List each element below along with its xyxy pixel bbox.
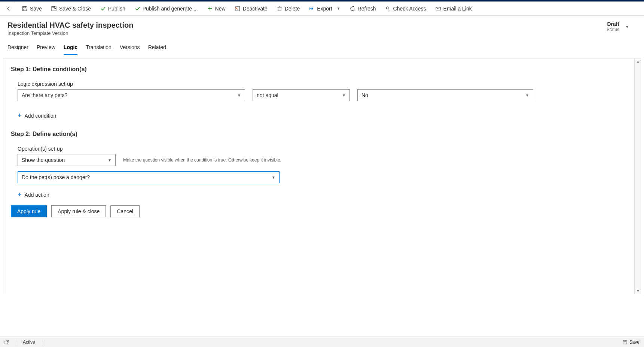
content-panel: Step 1: Define condition(s) Logic expres… (3, 58, 641, 294)
chevron-down-icon: ▼ (108, 158, 112, 162)
save-close-icon (51, 6, 57, 12)
trash-icon (277, 6, 283, 12)
check-icon (134, 6, 140, 12)
status-footer: Active Save (0, 337, 644, 347)
apply-rule-button[interactable]: Apply rule (11, 205, 47, 217)
refresh-button[interactable]: Refresh (346, 2, 380, 15)
svg-rect-5 (236, 6, 239, 11)
new-button[interactable]: New (203, 2, 229, 15)
chevron-down-icon: ▼ (237, 93, 241, 97)
save-button[interactable]: Save (18, 2, 46, 15)
new-label: New (215, 6, 226, 12)
mail-icon (435, 6, 441, 12)
add-action-label: Add action (25, 192, 49, 198)
footer-status: Active (23, 340, 35, 345)
save-close-button[interactable]: Save & Close (47, 2, 95, 15)
export-label: Export (317, 6, 332, 12)
operations-label: Operation(s) set-up (11, 146, 633, 152)
condition-operator-value: not equal (257, 92, 278, 98)
operation-value: Show the question (22, 157, 65, 163)
page-subtitle: Inspection Template Version (7, 30, 133, 36)
deactivate-label: Deactivate (243, 6, 268, 12)
plus-icon (207, 6, 213, 12)
save-close-label: Save & Close (59, 6, 91, 12)
record-header: Residential HVAC safety inspection Inspe… (0, 16, 644, 38)
condition-operator-dropdown[interactable]: not equal ▼ (253, 89, 350, 101)
scroll-down-arrow[interactable]: ▼ (635, 288, 641, 294)
chevron-down-icon: ▼ (337, 6, 341, 10)
tab-bar: Designer Preview Logic Translation Versi… (0, 42, 644, 55)
step2-heading: Step 2: Define action(s) (11, 131, 633, 138)
export-button[interactable]: Export ▼ (305, 2, 344, 15)
step1-heading: Step 1: Define condition(s) (11, 66, 633, 73)
svg-rect-6 (278, 7, 281, 11)
target-question-dropdown[interactable]: Do the pet(s) pose a danger? ▼ (18, 171, 280, 183)
condition-question-dropdown[interactable]: Are there any pets? ▼ (18, 89, 245, 101)
plus-icon: + (18, 112, 22, 120)
apply-rule-label: Apply rule (17, 208, 40, 214)
logic-expression-label: Logic expression set-up (11, 81, 633, 87)
footer-save-button[interactable]: Save (623, 340, 640, 345)
publish-generate-label: Publish and generate ... (143, 6, 198, 12)
tab-preview[interactable]: Preview (37, 42, 55, 55)
add-condition-label: Add condition (25, 113, 57, 119)
svg-rect-1 (24, 6, 26, 8)
scroll-up-arrow[interactable]: ▲ (635, 58, 641, 64)
svg-rect-4 (53, 6, 55, 7)
export-icon (309, 6, 315, 12)
check-icon (100, 6, 106, 12)
tab-designer[interactable]: Designer (7, 42, 28, 55)
chevron-down-icon: ▼ (625, 25, 629, 29)
svg-rect-2 (23, 9, 26, 11)
tab-logic[interactable]: Logic (64, 42, 77, 55)
svg-rect-11 (624, 340, 626, 341)
target-question-value: Do the pet(s) pose a danger? (22, 174, 90, 180)
chevron-down-icon: ▼ (525, 93, 529, 97)
check-access-label: Check Access (393, 6, 426, 12)
deactivate-button[interactable]: Deactivate (231, 2, 271, 15)
add-condition-button[interactable]: + Add condition (11, 112, 633, 120)
plus-icon: + (18, 191, 22, 199)
publish-generate-button[interactable]: Publish and generate ... (131, 2, 202, 15)
chevron-down-icon: ▼ (342, 93, 346, 97)
delete-button[interactable]: Delete (273, 2, 303, 15)
vertical-scrollbar[interactable]: ▲ ▼ (634, 58, 641, 294)
condition-value-dropdown[interactable]: No ▼ (357, 89, 533, 101)
cancel-button[interactable]: Cancel (110, 205, 140, 217)
apply-rule-close-button[interactable]: Apply rule & close (51, 205, 106, 217)
chevron-down-icon: ▼ (272, 175, 275, 179)
status-label: Status (607, 27, 619, 32)
delete-label: Delete (285, 6, 300, 12)
condition-value-value: No (361, 92, 368, 98)
refresh-label: Refresh (358, 6, 376, 12)
email-link-label: Email a Link (443, 6, 472, 12)
apply-rule-close-label: Apply rule & close (58, 208, 100, 214)
footer-save-label: Save (629, 340, 640, 345)
publish-label: Publish (108, 6, 125, 12)
save-icon (22, 6, 28, 12)
key-icon (385, 6, 391, 12)
add-action-button[interactable]: + Add action (11, 191, 633, 199)
popout-icon[interactable] (4, 340, 9, 344)
cancel-label: Cancel (117, 208, 133, 214)
page-title: Residential HVAC safety inspection (7, 21, 133, 30)
status-value: Draft (607, 21, 619, 27)
tab-translation[interactable]: Translation (86, 42, 112, 55)
operation-dropdown[interactable]: Show the question ▼ (18, 154, 116, 166)
tab-related[interactable]: Related (148, 42, 166, 55)
condition-question-value: Are there any pets? (22, 92, 67, 98)
save-icon (623, 340, 627, 344)
publish-button[interactable]: Publish (96, 2, 129, 15)
command-bar: Save Save & Close Publish Publish and ge… (0, 1, 644, 16)
operation-help-text: Make the question visible when the condi… (123, 157, 281, 163)
check-access-button[interactable]: Check Access (381, 2, 430, 15)
deactivate-icon (235, 6, 241, 12)
save-label: Save (30, 6, 42, 12)
status-block[interactable]: Draft Status ▼ (607, 21, 637, 32)
refresh-icon (350, 6, 355, 12)
back-button[interactable] (3, 1, 14, 16)
tab-versions[interactable]: Versions (120, 42, 140, 55)
email-link-button[interactable]: Email a Link (431, 2, 476, 15)
